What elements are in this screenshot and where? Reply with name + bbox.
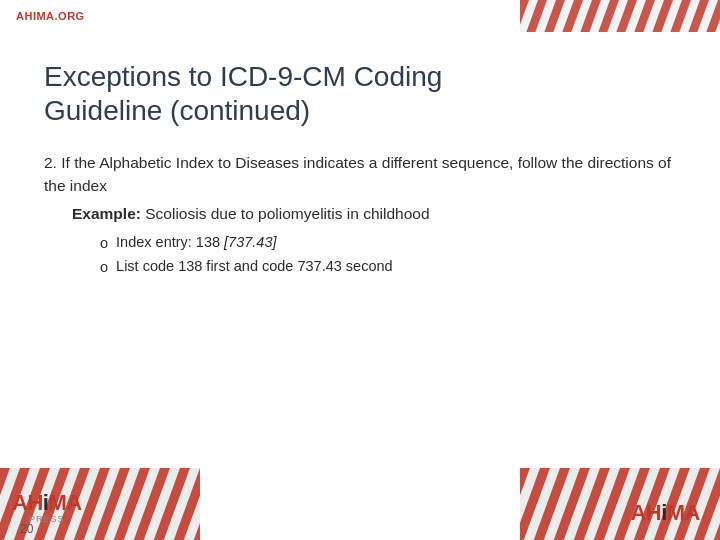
bullet-item-1: o Index entry: 138 [737.43] [44, 231, 676, 255]
ahima-logo-right: AHiMA [630, 500, 700, 526]
ahima-logo-left: AHiMA [12, 490, 82, 516]
example-text: Example: Scoliosis due to poliomyelitis … [44, 202, 676, 225]
svg-rect-2 [520, 0, 720, 32]
bottom-left-logo: AHiMA PRESS [12, 490, 82, 524]
ahima-org-logo: AHIMA.ORG [16, 10, 85, 22]
slide-title: Exceptions to ICD-9-CM Coding Guideline … [44, 60, 676, 127]
top-stripe-decoration [520, 0, 720, 32]
bottom-bar: AHiMA PRESS AHiMA 20 [0, 468, 720, 540]
bullet-icon-1: o [100, 232, 108, 255]
page-number: 20 [20, 522, 33, 536]
bullet-text-1: Index entry: 138 [737.43] [116, 231, 276, 254]
bullet-text-2: List code 138 first and code 737.43 seco… [116, 255, 393, 278]
bullet-item-2: o List code 138 first and code 737.43 se… [44, 255, 676, 279]
bottom-right-logo: AHiMA [630, 500, 700, 526]
bullet-icon-2: o [100, 256, 108, 279]
point-2-text: 2. If the Alphabetic Index to Diseases i… [44, 151, 676, 198]
slide-content: Exceptions to ICD-9-CM Coding Guideline … [0, 32, 720, 468]
